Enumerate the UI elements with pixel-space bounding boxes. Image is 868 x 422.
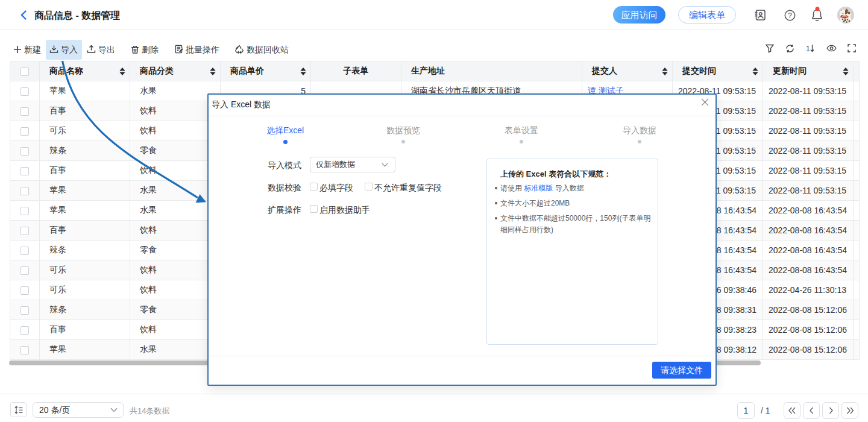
svg-text:?: ? (788, 11, 792, 20)
svg-text:1: 1 (806, 45, 810, 53)
